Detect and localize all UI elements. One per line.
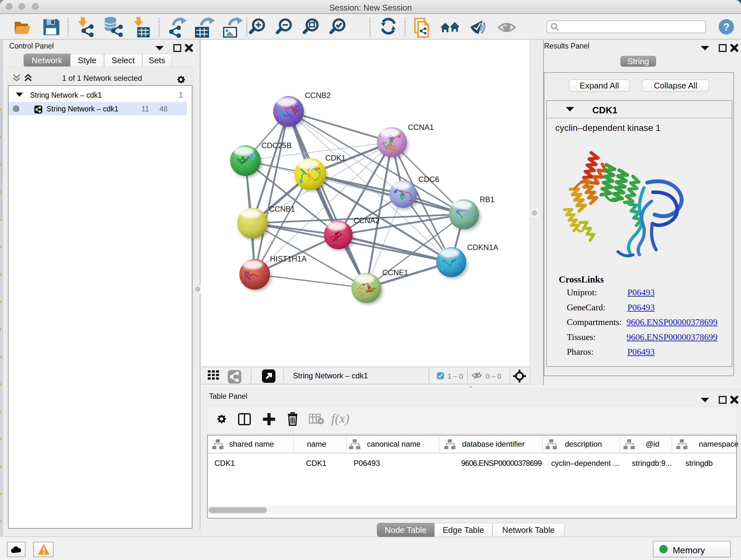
svg-text:CCNB2: CCNB2 xyxy=(305,91,331,100)
svg-text:CDC25B: CDC25B xyxy=(261,141,292,150)
svg-text:HIST1H1A: HIST1H1A xyxy=(270,254,307,263)
svg-text:CDKN1A: CDKN1A xyxy=(467,243,498,252)
svg-text:CDK1: CDK1 xyxy=(325,153,346,162)
svg-text:RB1: RB1 xyxy=(480,195,495,204)
svg-text:CCNE1: CCNE1 xyxy=(382,268,408,277)
svg-text:CDC6: CDC6 xyxy=(418,175,439,184)
svg-text:CCNA1: CCNA1 xyxy=(408,123,434,132)
svg-text:CCNB1: CCNB1 xyxy=(269,205,295,213)
svg-text:CCNA2: CCNA2 xyxy=(354,216,380,225)
